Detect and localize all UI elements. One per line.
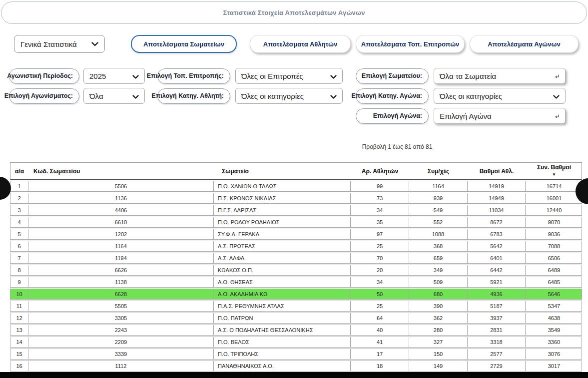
table-cell: 15 — [10, 349, 28, 359]
table-cell: 17 — [351, 349, 409, 359]
tab-bar: Γενικά Στατιστικά Αποτελέσματα Σωματείων… — [14, 35, 579, 53]
table-cell: 11034 — [468, 205, 526, 215]
pagination-info: Προβολή 1 έως 81 από 81 — [337, 143, 457, 150]
committee-select[interactable]: Όλες οι Επιτροπές — [235, 68, 343, 84]
chevron-down-icon — [132, 72, 139, 80]
table-header-row: α/α Κωδ. Σωματείου Σωματείο Αρ. Αθλητών … — [10, 162, 582, 180]
table-cell: 1164 — [28, 241, 214, 251]
bottom-taskbar — [0, 372, 588, 378]
table-cell: 2831 — [468, 325, 526, 335]
table-cell: 3937 — [468, 313, 526, 323]
table-cell: 1202 — [28, 229, 214, 239]
table-cell: 1164 — [409, 181, 468, 191]
table-cell: Α.Ο. ΘΗΣΕΑΣ — [214, 277, 351, 287]
statistics-type-select[interactable]: Γενικά Στατιστικά — [14, 35, 105, 53]
table-cell: 14 — [10, 337, 28, 347]
table-cell: 14949 — [468, 193, 526, 203]
table-cell: Α.Σ. ΠΡΩΤΕΑΣ — [214, 241, 351, 251]
table-cell: ΠΑΝΑΘΗΝΑΙΚΟΣ Α.Ο. — [214, 361, 351, 371]
table-cell: 14919 — [468, 181, 526, 191]
table-row[interactable]: 161112ΠΑΝΑΘΗΝΑΙΚΟΣ Α.Ο.1814927293017 — [10, 361, 582, 372]
club-label: Επιλογή Σωματείου: — [356, 68, 429, 84]
table-cell: 1194 — [28, 253, 214, 263]
table-row[interactable]: 71194Α.Σ. ΑΛΦΑ7065964016506 — [10, 253, 582, 264]
table-cell: 4 — [10, 217, 28, 227]
table-row[interactable]: 86626ΚΩΑΚΟΣ Ο.Π.2034964426489 — [10, 265, 582, 276]
event-label: Επιλογή Αγωνίσματος: — [9, 88, 79, 104]
event-select[interactable]: Όλα — [83, 88, 145, 104]
table-cell: Π.Γ.Σ. ΛΑΡΙΣΑΣ — [214, 205, 351, 215]
table-cell: 6628 — [28, 289, 214, 299]
race-combobox[interactable]: Επιλογή Αγώνα — [434, 108, 566, 124]
column-header-index[interactable]: α/α — [10, 168, 28, 175]
column-header-athlete-points[interactable]: Βαθμοί Αθλ. — [468, 168, 526, 175]
table-cell: 4406 — [28, 205, 214, 215]
table-row[interactable]: 142209Π.Ο. ΒΕΛΟΣ4132733183360 — [10, 337, 582, 348]
column-header-participations[interactable]: Συμ/χές — [409, 168, 468, 175]
table-row[interactable]: 51202ΣΥ.Φ.Α. ΓΕΡΑΚΑ97108867839036 — [10, 229, 582, 240]
table-cell: 73 — [351, 193, 409, 203]
filters-panel: Αγωνιστική Περίοδος: 2025 Επιλογή Αγωνίσ… — [9, 68, 566, 128]
table-row[interactable]: 123305Π.Ο. ΠΑΤΡΩΝ6436239374638 — [10, 313, 582, 324]
club-combobox[interactable]: Όλα τα Σωματεία — [434, 68, 566, 84]
table-cell: 6783 — [468, 229, 526, 239]
table-cell: 41 — [351, 337, 409, 347]
table-cell: 13 — [10, 325, 28, 335]
table-row[interactable]: 91138Α.Ο. ΘΗΣΕΑΣ3450959216485 — [10, 277, 582, 288]
table-cell: 1136 — [28, 193, 214, 203]
race-category-label: Επιλογή Κατηγ. Αγώνα: — [356, 88, 429, 104]
table-cell: 3305 — [28, 313, 214, 323]
table-cell: 939 — [409, 193, 468, 203]
table-row[interactable]: 61164Α.Σ. ΠΡΩΤΕΑΣ2536856427088 — [10, 241, 582, 252]
results-table: α/α Κωδ. Σωματείου Σωματείο Αρ. Αθλητών … — [10, 162, 582, 373]
period-value: 2025 — [89, 72, 106, 80]
table-cell: 5506 — [28, 181, 214, 191]
table-cell: 362 — [409, 313, 468, 323]
table-cell: 5505 — [28, 301, 214, 311]
table-row[interactable]: 21136Π.Σ. ΚΡΟΝΟΣ ΝΙΚΑΙΑΣ739391494916001 — [10, 193, 582, 204]
table-cell: ΚΩΑΚΟΣ Ο.Π. — [214, 265, 351, 275]
table-row[interactable]: 132243Α.Σ. Ο ΠΟΔΗΛΑΤΗΣ ΘΕΣΣΑΛΟΝΙΚΗΣ40280… — [10, 325, 582, 336]
table-cell: 6610 — [28, 217, 214, 227]
tab-athlete-results[interactable]: Αποτελέσματα Αθλητών — [250, 35, 351, 53]
table-cell: 16001 — [526, 193, 583, 203]
athlete-category-label: Επιλογή Κατηγ. Αθλητή: — [157, 88, 230, 104]
race-category-select[interactable]: Όλες οι κατηγορίες — [434, 88, 566, 104]
page-title: Στατιστικά Στοιχεία Αποτελεσμάτων Αγώνων — [223, 9, 365, 16]
table-cell: Π.Σ. ΚΡΟΝΟΣ ΝΙΚΑΙΑΣ — [214, 193, 351, 203]
table-cell: 18 — [351, 361, 409, 371]
table-row[interactable]: 106628Α.Ο. ΑΚΑΔΗΜΙΑ ΚΩ5068049365646 — [10, 289, 582, 300]
table-cell: 25 — [351, 301, 409, 311]
tab-committee-results[interactable]: Αποτελέσματα Τοπ. Επιτροπών — [356, 35, 465, 53]
table-cell: 280 — [409, 325, 468, 335]
table-row[interactable]: 153339Π.Ο. ΤΡΙΠΟΛΗΣ1715025773076 — [10, 349, 582, 360]
table-cell: 3017 — [526, 361, 583, 371]
table-cell: 8672 — [468, 217, 526, 227]
table-cell: 368 — [409, 241, 468, 251]
column-header-athletes[interactable]: Αρ. Αθλητών — [351, 168, 409, 175]
period-select[interactable]: 2025 — [83, 68, 145, 84]
column-header-club[interactable]: Σωματείο — [214, 168, 351, 175]
athlete-category-select[interactable]: Όλες οι κατηγορίες — [235, 88, 343, 104]
column-header-total-points[interactable]: Συν. Βαθμοί ▼ — [526, 164, 583, 178]
table-row[interactable]: 34406Π.Γ.Σ. ΛΑΡΙΣΑΣ345491103412440 — [10, 205, 582, 216]
table-cell: 1 — [10, 181, 28, 191]
table-cell: 150 — [409, 349, 468, 359]
table-row[interactable]: 115505Π.Α.Σ. ΡΕΘΥΜΝΗΣ ΑΤΛΑΣ2539051875347 — [10, 301, 582, 312]
table-cell: 20 — [351, 265, 409, 275]
tab-club-results[interactable]: Αποτελέσματα Σωματείων — [131, 35, 237, 53]
table-row[interactable]: 46610Π.Ο. ΡΟΔΟΥ ΡΟΔΗΛΙΟΣ3555286729070 — [10, 217, 582, 228]
table-cell: 99 — [351, 181, 409, 191]
table-row[interactable]: 15506Π.Ο. ΧΑΝΙΩΝ Ο ΤΑΛΩΣ9911641491916714 — [10, 181, 582, 192]
table-cell: Α.Σ. Ο ΠΟΔΗΛΑΤΗΣ ΘΕΣΣΑΛΟΝΙΚΗΣ — [214, 325, 351, 335]
club-value: Όλα τα Σωματεία — [440, 72, 496, 80]
table-cell: 6442 — [468, 265, 526, 275]
table-cell: 2729 — [468, 361, 526, 371]
race-value: Επιλογή Αγώνα — [440, 112, 492, 120]
column-header-club-code[interactable]: Κωδ. Σωματείου — [28, 168, 214, 175]
tab-race-results[interactable]: Αποτελέσματα Αγώνων — [470, 35, 579, 53]
page-header: Στατιστικά Στοιχεία Αποτελεσμάτων Αγώνων — [1, 1, 587, 24]
table-cell: 40 — [351, 325, 409, 335]
table-cell: 12440 — [526, 205, 583, 215]
table-cell: 10 — [10, 289, 28, 299]
